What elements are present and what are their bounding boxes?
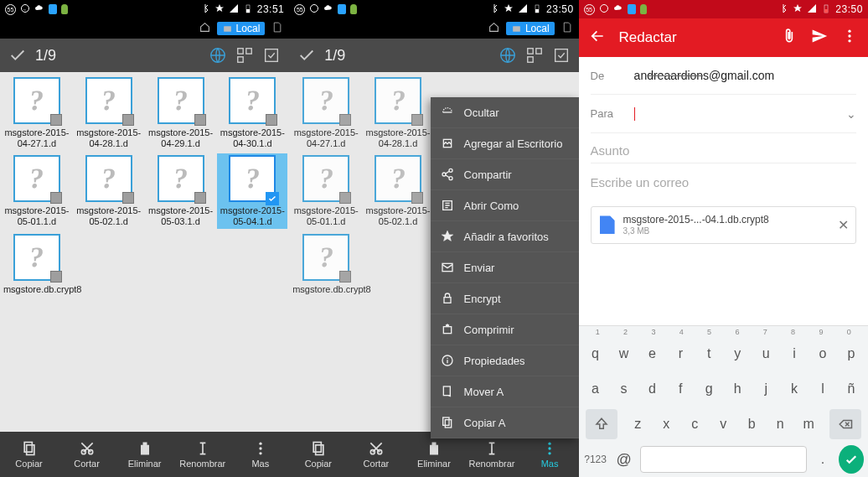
file-item[interactable]: ?msgstore-2015-05-03.1.d [146,153,216,228]
file-item[interactable]: ?msgstore-2015-05-02.1.d [74,153,144,228]
file-item[interactable]: ?msgstore-2015-05-01.1.d [291,153,361,228]
key-n[interactable]: n [767,409,793,439]
key-m[interactable]: m [796,409,821,439]
at-key[interactable]: @ [612,444,637,474]
file-item[interactable]: ?msgstore.db.crypt8 [2,232,72,297]
svg-rect-10 [26,445,34,455]
file-item[interactable]: ?msgstore-2015-04-27.1.d [291,75,361,150]
key-y[interactable]: y [725,339,750,369]
file-item[interactable]: ?msgstore-2015-04-30.1.d [217,75,287,150]
delete-button[interactable]: Eliminar [405,432,462,477]
key-j[interactable]: j [753,374,778,404]
sd-icon[interactable] [271,22,282,35]
menu-item[interactable]: Abrir Como [431,190,579,221]
enter-key[interactable] [839,445,864,474]
copy-button[interactable]: Copiar [0,432,58,477]
cut-button[interactable]: Cortar [347,432,405,477]
svg-point-14 [259,447,261,449]
svg-point-15 [259,452,261,454]
key-ñ[interactable]: ñ [839,374,864,404]
key-x[interactable]: x [654,409,679,439]
key-e[interactable]: e [639,339,664,369]
rename-button[interactable]: Renombrar [462,432,520,477]
file-item[interactable]: ?msgstore-2015-04-28.1.d [74,75,144,150]
key-o[interactable]: o [810,339,835,369]
key-k[interactable]: k [782,374,807,404]
location-chip[interactable]: Local [506,22,555,35]
menu-item[interactable]: Encrypt [431,283,579,314]
cut-button[interactable]: Cortar [58,432,116,477]
menu-item[interactable]: Mover A [431,376,579,407]
more-button[interactable]: Mas [231,432,289,477]
shift-key[interactable] [586,409,617,439]
menu-item[interactable]: Propiedades [431,345,579,376]
confirm-icon[interactable] [8,46,27,65]
key-v[interactable]: v [710,409,736,439]
key-h[interactable]: h [725,374,750,404]
menu-item[interactable]: Compartir [431,159,579,190]
menu-item[interactable]: Agregar al Escritorio [431,128,579,159]
backspace-key[interactable] [829,409,861,439]
bluetooth-icon [778,3,788,15]
key-f[interactable]: f [668,374,693,404]
key-c[interactable]: c [682,409,707,439]
sd-icon[interactable] [561,22,572,35]
key-s[interactable]: s [612,374,637,404]
key-q[interactable]: q [583,339,608,369]
key-d[interactable]: d [639,374,664,404]
key-i[interactable]: i [782,339,807,369]
file-item[interactable]: ?msgstore.db.crypt8 [291,232,361,297]
key-l[interactable]: l [810,374,835,404]
file-item[interactable]: ?msgstore-2015-05-04.1.d [217,153,287,228]
from-row[interactable]: De andreaardions@gmail.com [591,57,856,95]
menu-item[interactable]: Copiar A [431,407,579,438]
back-button[interactable] [589,28,606,48]
period-key[interactable]: . [810,444,835,474]
overflow-button[interactable] [841,28,858,48]
qr-icon[interactable] [525,46,544,65]
network-icon[interactable] [209,46,227,65]
key-u[interactable]: u [753,339,778,369]
remove-attachment-button[interactable]: ✕ [838,217,849,233]
space-key[interactable] [640,446,807,473]
qr-icon[interactable] [235,46,254,65]
key-b[interactable]: b [739,409,764,439]
file-item[interactable]: ?msgstore-2015-05-02.1.d [363,153,433,228]
send-button[interactable] [811,28,828,48]
select-all-icon[interactable] [262,46,281,65]
select-all-icon[interactable] [552,46,571,65]
file-item[interactable]: ?msgstore-2015-04-28.1.d [363,75,433,150]
home-icon[interactable] [199,22,210,35]
copy-button[interactable]: Copiar [289,432,347,477]
file-item[interactable]: ?msgstore-2015-05-01.1.d [2,153,72,228]
key-r[interactable]: r [668,339,693,369]
svg-point-47 [848,30,850,33]
delete-button[interactable]: Eliminar [116,432,173,477]
key-p[interactable]: p [839,339,864,369]
to-row[interactable]: Para ⌄ [591,95,856,133]
file-item[interactable]: ?msgstore-2015-04-27.1.d [2,75,72,150]
key-g[interactable]: g [696,374,721,404]
menu-item[interactable]: Ocultar [431,97,579,128]
body-input[interactable]: Escribe un correo [591,163,856,201]
home-icon[interactable] [488,22,499,35]
key-w[interactable]: w [612,339,637,369]
location-chip[interactable]: Local [217,22,266,35]
to-input[interactable] [634,106,834,121]
key-z[interactable]: z [625,409,650,439]
network-icon[interactable] [499,46,517,65]
confirm-icon[interactable] [297,46,316,65]
menu-item[interactable]: Enviar [431,252,579,283]
attach-button[interactable] [781,28,798,48]
rename-button[interactable]: Renombrar [173,432,231,477]
more-button[interactable]: Mas [521,432,579,477]
key-a[interactable]: a [583,374,608,404]
subject-input[interactable]: Asunto [591,133,856,163]
menu-item[interactable]: Comprimir [431,314,579,345]
expand-recipients-icon[interactable]: ⌄ [846,107,856,121]
attachment-chip[interactable]: msgstore-2015-...-04.1.db.crypt8 3,3 MB … [591,206,856,243]
symbols-key[interactable]: ?123 [583,444,608,474]
file-item[interactable]: ?msgstore-2015-04-29.1.d [146,75,216,150]
menu-item[interactable]: Añadir a favoritos [431,221,579,252]
key-t[interactable]: t [696,339,721,369]
